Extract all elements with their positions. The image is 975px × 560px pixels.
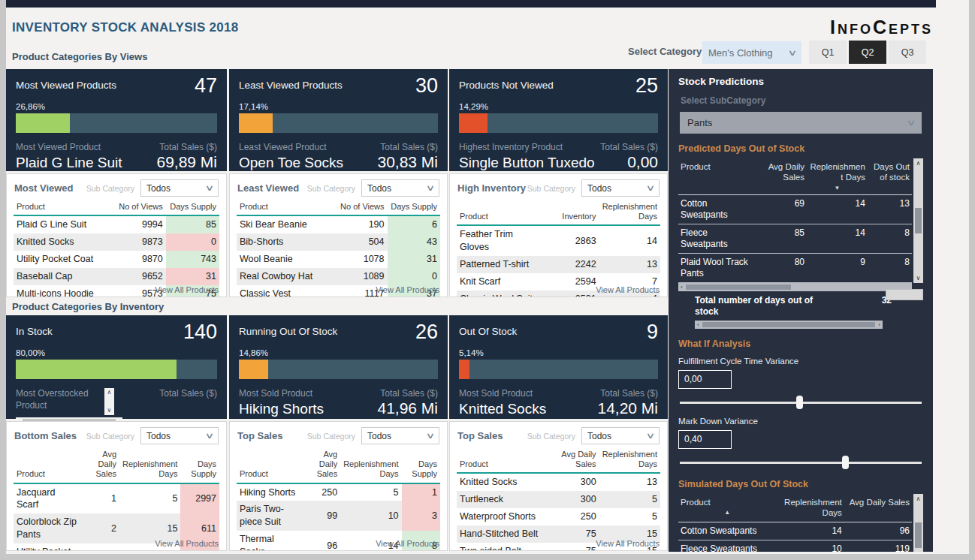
vertical-scrollbar[interactable]: ∧∨	[913, 494, 923, 552]
value-cell: 9870	[108, 251, 166, 268]
table-row[interactable]: Real Cowboy Hat10890	[237, 268, 440, 285]
value-cell: 2594	[545, 273, 599, 291]
column-header-replenishment-days[interactable]: Replenishment Days	[340, 449, 401, 483]
total-hscrollbar[interactable]: ‹ ›	[695, 321, 883, 329]
table-row[interactable]: Hiking Shorts25051	[237, 483, 440, 501]
stock-predictions-title: Stock Predictions	[678, 76, 923, 87]
table-card-high-inventory-2: High InventorySub CategoryTodos∨ProductI…	[449, 173, 668, 297]
value-cell: 13	[599, 473, 660, 491]
column-header-product[interactable]: Product	[237, 449, 303, 483]
table-row[interactable]: Wool Beanie107831	[237, 251, 440, 268]
table-row[interactable]: Ski Bear Beanie1906	[237, 215, 440, 233]
table-row[interactable]: Paris Two-piece Suit99103	[237, 501, 440, 531]
table-row[interactable]: Plaid Wool Track Pants8098	[678, 254, 912, 283]
scrollbar-corner	[886, 289, 923, 300]
view-all-products-link[interactable]: View All Products	[596, 539, 660, 548]
table-row[interactable]: Fleece Sweatpants10119	[678, 540, 912, 552]
subcategory-filter-dropdown[interactable]: Todos∨	[361, 179, 439, 197]
product-cell: Knitted Socks	[457, 473, 545, 491]
value-cell: 300	[545, 473, 599, 491]
table-row[interactable]: Utility Pocket Coat9870743	[14, 251, 219, 268]
variance-input[interactable]: 0,40	[678, 430, 732, 449]
column-header-product[interactable]: Product	[678, 158, 756, 194]
subcategory-filter-dropdown[interactable]: Todos∨	[361, 427, 439, 444]
column-header-avg-daily-sales[interactable]: Avg Daily Sales	[303, 449, 340, 483]
kpi-card-out-of-stock: Out Of Stock95,14%Most Sold ProductTotal…	[449, 315, 668, 419]
slider-thumb[interactable]	[796, 396, 803, 409]
kpi-progress-fill	[16, 113, 70, 133]
table-row[interactable]: Plaid G Line Suit999485	[14, 215, 219, 233]
kpi-percent-label: 14,29%	[459, 102, 658, 111]
column-header-inventory[interactable]: Inventory	[545, 201, 599, 225]
table-row[interactable]: Feather Trim Gloves286314	[457, 225, 660, 256]
chevron-down-icon: ∨	[646, 431, 656, 441]
subcategory-filter-dropdown[interactable]: Todos∨	[140, 179, 219, 197]
column-header-replenishment-days[interactable]: Replenishment Days	[599, 449, 660, 473]
column-header-days-supply[interactable]: Days Supply	[166, 201, 219, 215]
view-all-products-link[interactable]: View All Products	[596, 285, 660, 294]
table-row[interactable]: Baseball Cap965231	[14, 268, 219, 285]
column-header-no-of-views[interactable]: No of Views	[108, 201, 166, 215]
column-header-days-out-of-stock[interactable]: Days Out of stock	[868, 158, 912, 194]
value-cell: 31	[166, 268, 219, 285]
vertical-scrollbar[interactable]: ∧∨	[104, 388, 114, 415]
product-cell: Wool Beanie	[237, 251, 331, 268]
kpi-sub-label: Most Overstocked Product	[16, 388, 104, 411]
column-header-replenishment-days[interactable]: Replenishment Days	[777, 494, 844, 522]
column-header-days-supply[interactable]: Days Supply	[180, 449, 219, 483]
subcategory-filter-dropdown[interactable]: Todos∨	[140, 427, 219, 444]
table-row[interactable]: Cotton Sweatpants691413	[678, 195, 912, 224]
column-header-product[interactable]: Product	[14, 449, 82, 483]
column-header-days-supply[interactable]: Days Supply	[402, 449, 440, 483]
vertical-scrollbar[interactable]: ∧∨	[913, 158, 923, 283]
column-header-product[interactable]: Product	[457, 201, 545, 225]
subcategory-label: Sub Category	[307, 184, 355, 193]
column-header-product[interactable]: Product	[457, 449, 545, 473]
column-header-avg-daily-sales[interactable]: Avg Daily Sales	[82, 449, 119, 483]
view-all-products-link[interactable]: View All Products	[376, 539, 439, 548]
column-header-no-of-views[interactable]: No of Views	[331, 201, 388, 215]
table-row[interactable]: Fleece Sweatpants85148	[678, 224, 912, 254]
table-title: Top Sales	[237, 430, 282, 441]
column-header-avg-daily-sales[interactable]: Avg Daily Sales	[756, 158, 807, 194]
table-row[interactable]: Jacquard Scarf152997	[14, 483, 219, 514]
product-cell: Feather Trim Gloves	[457, 225, 545, 256]
table-row[interactable]: Bib-Shorts50443	[237, 233, 440, 251]
column-header-days-supply[interactable]: Days Supply	[388, 201, 440, 215]
table-row[interactable]: Waterproof Shorts2505	[457, 508, 660, 525]
table-row[interactable]: Turtleneck3005	[457, 491, 660, 508]
product-cell: Plaid G Line Suit	[14, 215, 108, 233]
column-header-replenishment-days[interactable]: Replenishment Days	[119, 449, 180, 483]
scroll-left-icon: ‹	[697, 321, 699, 328]
quarter-button-q1[interactable]: Q1	[809, 41, 847, 64]
table-row[interactable]: Knitted Socks98730	[14, 233, 219, 251]
kpi-progress-fill	[459, 360, 469, 379]
view-all-products-link[interactable]: View All Products	[155, 539, 219, 548]
column-header-product[interactable]: Product▲	[678, 494, 777, 522]
slider-thumb[interactable]	[842, 456, 849, 469]
table-row[interactable]: Cotton Sweatpants1496	[678, 522, 912, 540]
column-header-avg-daily-sales[interactable]: Avg Daily Sales	[844, 494, 912, 522]
subcategory-filter-dropdown[interactable]: Todos∨	[581, 179, 660, 197]
subcategory-label: Sub Category	[307, 432, 355, 441]
value-cell: 13	[599, 256, 660, 273]
column-header-avg-daily-sales[interactable]: Avg Daily Sales	[545, 449, 599, 473]
table-row[interactable]: Knitted Socks30013	[457, 473, 660, 491]
variance-slider[interactable]	[680, 456, 922, 469]
predicted-hscrollbar[interactable]: ‹	[678, 283, 912, 291]
quarter-button-q3[interactable]: Q3	[889, 41, 926, 64]
column-header-product[interactable]: Product	[14, 201, 108, 215]
column-header-replenishment-days[interactable]: Replenishment Days	[599, 201, 660, 225]
subcategory-dropdown[interactable]: Pants ∨	[680, 112, 922, 134]
category-dropdown[interactable]: Men's Clothing ∨	[702, 41, 801, 64]
view-all-products-link[interactable]: View All Products	[376, 285, 439, 294]
column-header-product[interactable]: Product	[237, 201, 331, 215]
variance-input[interactable]: 0,00	[678, 370, 732, 389]
view-all-products-link[interactable]: View All Products	[155, 285, 219, 294]
simulated-heading: Simulated Days Out Of Stock	[678, 479, 923, 489]
column-header-replenishment-days[interactable]: Replenishment Days▼	[807, 158, 868, 194]
subcategory-filter-dropdown[interactable]: Todos∨	[581, 427, 660, 444]
variance-slider[interactable]	[680, 396, 922, 409]
quarter-button-q2[interactable]: Q2	[849, 41, 886, 64]
table-row[interactable]: Patterned T-shirt224213	[457, 256, 660, 273]
